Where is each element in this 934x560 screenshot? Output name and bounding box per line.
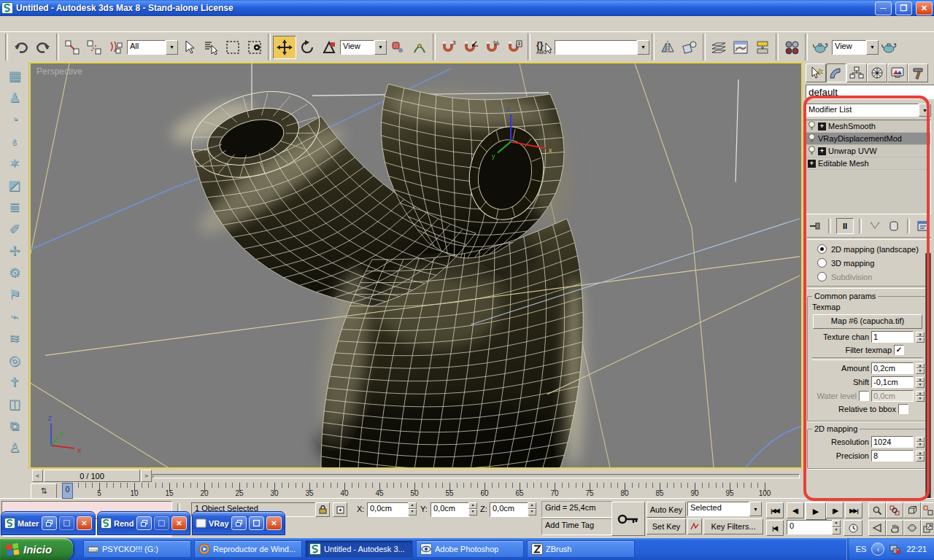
minimized-window[interactable]: Materi... ✕ [1,511,96,535]
maximize-button[interactable] [59,516,74,530]
key-filters-button[interactable]: Key Filters... [703,518,763,534]
pin-stack-icon[interactable] [807,219,823,233]
min-max-toggle-icon[interactable] [921,520,934,536]
modifier-stack-row[interactable]: + Unwrap UVW [806,145,930,158]
tab-display[interactable] [887,63,908,82]
set-key-button[interactable]: Set Key [647,518,686,534]
arc-rotate-icon[interactable] [903,520,921,536]
auto-key-button[interactable]: Auto Key [647,502,686,518]
show-end-result-icon[interactable]: II [836,218,854,234]
bulb-icon[interactable] [808,121,816,132]
window-crossing-toggle-icon[interactable] [244,36,266,58]
precision-spinner[interactable]: ▲▼ [916,451,925,462]
shift-field[interactable]: -0,1cm [871,376,914,388]
chevron-down-icon[interactable]: ▼ [866,40,879,55]
redo-icon[interactable] [32,36,54,58]
menu-item[interactable] [82,23,93,26]
modifier-stack-row[interactable]: + VRayDisplacementMod [806,133,930,145]
restore-button[interactable] [42,516,57,530]
chevron-down-icon[interactable]: ▼ [374,40,387,55]
precision-field[interactable]: 8 [871,450,914,462]
reference-coordinate-dropdown[interactable]: View▼ [340,40,387,55]
radio-icon[interactable] [817,272,827,281]
menu-item[interactable] [35,23,47,26]
key-step-mode-icon[interactable]: |◀| [766,520,784,536]
field-of-view-icon[interactable] [868,520,886,536]
use-center-flyout-icon[interactable] [387,36,409,58]
viewport-canvas[interactable]: x y z z x y [31,63,801,467]
zoom-extents-icon[interactable] [903,502,921,518]
tab-utilities[interactable] [908,63,928,82]
current-frame-marker[interactable]: 0 [62,483,73,499]
tab-modify[interactable] [826,63,846,82]
water-level-spinner[interactable]: ▲▼ [916,391,925,402]
expand-icon[interactable]: + [818,122,826,131]
time-slider-button[interactable]: 0 / 100 [44,470,140,482]
restore-button[interactable] [136,516,152,530]
selection-filter-dropdown[interactable]: All▼ [127,40,178,55]
key-selection-dropdown[interactable]: Selected▼ [687,502,762,516]
minimized-window[interactable]: Render... ✕ [97,511,190,535]
radio-icon[interactable] [817,258,827,268]
taskbar-task[interactable]: Reproductor de Wind... [194,540,302,558]
zoom-all-icon[interactable] [886,502,903,518]
next-frame-button[interactable]: ||▶ [826,502,844,518]
chevron-down-icon[interactable]: ▼ [166,40,178,55]
configure-modifier-sets-icon[interactable] [915,219,931,233]
current-frame-field[interactable]: 0 [787,520,833,534]
edit-named-selection-sets-icon[interactable]: {}ABC [533,36,555,58]
mapping-option[interactable]: 2D mapping (landscape) [806,242,933,256]
texture-chan-field[interactable]: 1 [871,331,914,343]
taskbar-task[interactable]: PSYCKO!!! (G:) [83,540,191,558]
amount-spinner[interactable]: ▲▼ [916,363,925,374]
select-and-rotate-icon[interactable] [296,36,318,58]
remove-modifier-icon[interactable] [886,219,902,233]
select-and-link-icon[interactable] [61,36,83,58]
maximize-button[interactable] [249,516,264,530]
layer-manager-icon[interactable] [708,36,730,58]
minimized-window[interactable]: VRay m... ✕ [192,511,285,535]
render-type-dropdown[interactable]: View▼ [832,40,879,55]
zoom-icon[interactable] [868,502,886,518]
frame-back-button[interactable]: < [32,470,43,482]
hide-icons-icon[interactable]: ‹ [871,542,884,556]
menu-item[interactable] [163,23,175,26]
tab-motion[interactable] [867,63,887,82]
material-editor-icon[interactable] [781,36,803,58]
align-icon[interactable] [679,36,700,58]
viewport-label[interactable]: Perspective [36,66,82,77]
maximize-button[interactable] [154,516,169,530]
menu-item[interactable] [140,23,152,26]
spinner-snap-toggle-icon[interactable] [503,36,525,58]
tab-hierarchy[interactable] [846,63,867,82]
shift-spinner[interactable]: ▲▼ [916,377,925,388]
modifier-stack-row[interactable]: + Editable Mesh [806,158,930,170]
tab-create[interactable] [806,63,826,82]
menu-item[interactable] [23,23,35,26]
previous-frame-button[interactable]: ◀|| [787,502,804,518]
water-level-checkbox[interactable] [859,391,869,401]
start-button[interactable]: Inicio [0,538,73,560]
restore-button[interactable] [231,516,247,530]
time-configuration-icon[interactable] [844,520,862,536]
mirror-icon[interactable] [657,36,679,58]
chevron-down-icon[interactable]: ▼ [637,40,649,55]
play-button[interactable]: ▶ [805,502,827,521]
rectangular-selection-region-icon[interactable] [222,36,244,58]
taskbar-task[interactable]: Untitled - Autodesk 3... [305,540,413,558]
resolution-spinner[interactable]: ▲▼ [916,437,925,448]
close-icon[interactable]: ✕ [77,516,92,530]
minimize-button[interactable]: ─ [875,1,892,15]
absolute-offset-mode-icon[interactable] [333,502,347,517]
mini-curve-editor-icon[interactable]: ⇅ [31,483,57,499]
language-indicator[interactable]: ES [856,545,867,553]
menu-item[interactable] [93,23,105,26]
mapping-option[interactable]: Subdivision [806,270,933,284]
texmap-button[interactable]: Map #6 (capucha.tif) [813,314,922,329]
frame-spinner[interactable]: ▲▼ [832,520,841,534]
menu-item[interactable] [0,23,12,26]
frame-forward-button[interactable]: > [141,470,152,482]
selection-lock-icon[interactable] [315,502,330,517]
chevron-down-icon[interactable]: ▼ [749,502,762,516]
bulb-icon[interactable] [808,133,816,144]
